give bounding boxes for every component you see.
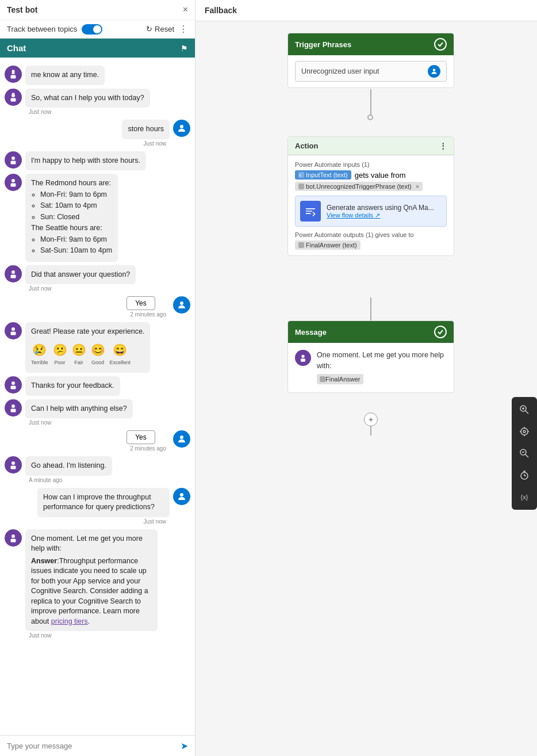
svg-text:x: x (299, 173, 301, 177)
input-text-label: InputText (text) (306, 171, 348, 178)
bubble-answer: Answer:Throughput performance issues ind… (31, 556, 152, 627)
message-row: Did that answer your question? Just now (5, 265, 190, 293)
svg-line-37 (526, 411, 528, 414)
chat-bubble: I'm happy to help with store hours. (25, 151, 146, 171)
chat-flag-button[interactable]: ⚑ (181, 44, 188, 53)
check-icon-2 (434, 326, 447, 338)
reset-label: Reset (155, 25, 174, 33)
power-outputs-label: Power Automate outputs (1) gives value t… (295, 231, 447, 238)
yes-button-2[interactable]: Yes (126, 430, 155, 444)
svg-point-4 (14, 72, 16, 73)
bubble-text: store hours (128, 125, 164, 133)
chat-body: me know at any time. So, what can I help… (0, 58, 195, 735)
svg-point-33 (301, 355, 304, 358)
var-badge: bot.UnrecognizedTriggerPhrase (text) × (295, 182, 423, 191)
svg-rect-6 (11, 98, 16, 101)
message-row: So, what can I help you with today? Just… (5, 89, 190, 117)
input-text-row: x InputText (text) gets value from (295, 170, 447, 180)
more-options-button[interactable]: ⋮ (179, 24, 188, 35)
timestamp: 2 minutes ago (130, 311, 166, 318)
svg-point-20 (11, 404, 15, 408)
svg-point-26 (11, 534, 15, 538)
emoji-poor[interactable]: 😕Poor (53, 342, 67, 366)
emoji-fair[interactable]: 😐Fair (72, 342, 86, 366)
bot-avatar (5, 89, 22, 106)
svg-rect-19 (11, 386, 16, 390)
svg-rect-31 (298, 184, 304, 189)
emoji-terrible[interactable]: 😢Terrible (31, 342, 48, 366)
trigger-phrase-text: Unrecognized user input (301, 67, 379, 75)
bot-avatar (5, 66, 22, 83)
view-flow-link[interactable]: View flow details ↗ (327, 212, 434, 219)
trigger-user-icon (428, 65, 440, 78)
variables-button[interactable]: {x} (514, 487, 535, 507)
chat-bubble: The Redmond hours are: Mon-Fri: 9am to 6… (25, 174, 118, 262)
bot-avatar (5, 265, 22, 282)
generate-info: Generate answers using QnA Ma... View fl… (327, 204, 434, 219)
target-button[interactable] (514, 421, 535, 442)
message-text: One moment. Let me get you more help wit… (317, 350, 447, 385)
list-item: Sat-Sun: 10am to 4pm (40, 246, 112, 256)
svg-rect-34 (301, 358, 305, 361)
message-row: Go ahead. I'm listening. A minute ago (5, 456, 190, 484)
zoom-in-button[interactable] (514, 399, 535, 420)
message-row: I'm happy to help with store hours. (5, 151, 190, 171)
message-row: The Redmond hours are: Mon-Fri: 9am to 6… (5, 174, 190, 262)
bubble-text: One moment. Let me get you more help wit… (31, 534, 152, 554)
timestamp: A minute ago (29, 477, 109, 483)
flow-dot-1 (367, 114, 373, 120)
yes-button[interactable]: Yes (126, 296, 155, 310)
timestamp: Just now (29, 109, 147, 115)
add-node-button[interactable]: + (364, 413, 378, 426)
chat-bubble: Go ahead. I'm listening. (25, 456, 112, 476)
svg-rect-2 (12, 70, 15, 71)
svg-rect-10 (11, 161, 16, 164)
bubble-text: Can I help with anything else? (31, 404, 127, 413)
flow-area: Trigger Phrases Unrecognized user input (195, 21, 537, 752)
var-close-icon[interactable]: × (416, 183, 419, 190)
svg-rect-17 (11, 332, 16, 335)
reset-icon: ↻ (146, 25, 152, 33)
tools-sidebar: {x} (512, 397, 537, 510)
chat-bubble-user: store hours (122, 120, 170, 139)
svg-point-41 (523, 430, 526, 433)
chat-input[interactable] (7, 742, 177, 750)
reset-button[interactable]: ↻ Reset (146, 25, 174, 33)
message-row: Great! Please rate your experience. 😢Ter… (5, 322, 190, 373)
list-item: Sat: 10am to 4pm (40, 201, 112, 211)
message-row: me know at any time. (5, 66, 190, 85)
message-card-body: One moment. Let me get you more help wit… (288, 343, 454, 392)
zoom-out-button[interactable] (514, 443, 535, 464)
final-answer-var: FinalAnswer (317, 374, 363, 385)
message-row: One moment. Let me get you more help wit… (5, 529, 190, 640)
timestamp: Just now (29, 632, 154, 639)
flow-connector-1 (370, 89, 371, 118)
action-card-header: Action ⋮ (288, 137, 454, 155)
bubble-text: So, what can I help you with today? (31, 94, 144, 102)
timer-button[interactable] (514, 465, 535, 486)
timestamp: Just now (41, 518, 166, 525)
action-card: Action ⋮ Power Automate inputs (1) x Inp… (287, 136, 454, 256)
send-button[interactable]: ➤ (181, 740, 188, 751)
list-item: Mon-Fri: 9am to 6pm (40, 235, 112, 245)
final-answer-text: FinalAnswer (text) (306, 242, 357, 249)
svg-point-25 (180, 493, 183, 497)
emoji-good[interactable]: 😊Good (91, 342, 105, 366)
chat-header-title: Chat (7, 43, 26, 53)
chat-bubble: Did that answer your question? (25, 265, 136, 285)
bubble-text: Great! Please rate your experience. (31, 327, 144, 337)
message-bot-icon (295, 350, 311, 366)
more-options-icon[interactable]: ⋮ (439, 142, 447, 150)
bubble-text: The Redmond hours are: (31, 178, 112, 189)
svg-rect-1 (11, 75, 16, 79)
emoji-excellent[interactable]: 😄Excellent (110, 342, 131, 366)
trigger-phrases-body: Unrecognized user input (288, 55, 454, 87)
chat-bubble: One moment. Let me get you more help wit… (25, 529, 158, 632)
bot-avatar (5, 322, 22, 339)
track-toggle[interactable] (82, 24, 102, 35)
svg-point-8 (180, 125, 183, 128)
close-button[interactable]: × (183, 5, 188, 15)
timestamp: Just now (29, 285, 132, 292)
pricing-link[interactable]: pricing tiers (51, 617, 88, 625)
bot-avatar (5, 174, 22, 191)
